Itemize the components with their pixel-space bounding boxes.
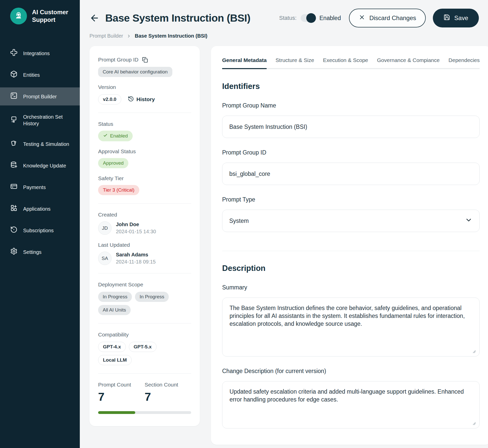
main-content: Base System Instruction (BSI) Status: En… [80, 0, 488, 448]
sidebar-item-knowledge-update[interactable]: Knowledge Update [0, 157, 80, 175]
save-label: Save [454, 14, 468, 22]
app-logo: AI Customer Support [0, 0, 80, 27]
logo-circle [10, 8, 27, 24]
change-description-textarea[interactable]: Updated safety escalation criteria and a… [222, 381, 480, 428]
copy-icon[interactable] [142, 57, 148, 63]
back-arrow-icon[interactable] [89, 13, 100, 23]
avatar: JD [98, 221, 112, 235]
prompt-group-id-input[interactable] [222, 163, 480, 185]
save-button[interactable]: Save [433, 9, 479, 27]
counts-row: Prompt Count 7 Section Count 7 [98, 382, 191, 404]
tab-execution-scope[interactable]: Execution & Scope [323, 52, 368, 68]
prompt-group-id-label: Prompt Group ID [98, 57, 191, 63]
page-header: Base System Instruction (BSI) Status: En… [89, 9, 479, 27]
sidebar-item-label: Knowledge Update [23, 162, 66, 169]
compatibility-pill: Local LLM [98, 355, 132, 365]
prompt-progress-fill [98, 411, 135, 414]
entities-icon [10, 70, 18, 79]
sidebar-item-settings[interactable]: Settings [0, 243, 80, 261]
status-enabled-badge: Enabled [98, 131, 133, 141]
discard-changes-button[interactable]: Discard Changes [349, 9, 426, 27]
sidebar-item-testing-simulation[interactable]: Testing & Simulation [0, 135, 80, 153]
sidebar-item-applications[interactable]: Applications [0, 200, 80, 218]
integrations-icon [10, 49, 18, 58]
tab-governance-compliance[interactable]: Governance & Compiance [377, 52, 439, 68]
sidebar-item-prompt-builder[interactable]: Prompt Builder [0, 87, 80, 105]
version-history-link[interactable]: History [128, 96, 155, 103]
prompt-count-value: 7 [98, 390, 145, 404]
sidebar-item-label: Prompt Builder [23, 93, 57, 100]
prompt-type-select[interactable]: System [222, 210, 480, 232]
close-icon [359, 14, 365, 22]
save-icon [444, 14, 450, 22]
updated-by-name: Sarah Adams [116, 252, 156, 258]
sidebar-item-label: Settings [23, 249, 41, 255]
description-heading: Description [222, 264, 480, 273]
orchestration-icon [10, 116, 18, 125]
breadcrumb: Prompt Builder Base System Instruction (… [89, 33, 479, 39]
approval-status-label: Approval Status [98, 148, 191, 155]
tab-bar: General Metadata Structure & Size Execut… [222, 52, 480, 69]
tab-structure-size[interactable]: Structure & Size [276, 52, 314, 68]
toggle-knob [306, 13, 316, 23]
breadcrumb-parent[interactable]: Prompt Builder [89, 33, 123, 39]
sidebar-item-label: Payments [23, 184, 46, 191]
headset-agent-icon [14, 11, 23, 21]
breadcrumb-current: Base System Instruction (BSI) [135, 33, 207, 39]
divider [98, 203, 191, 204]
sidebar-item-integrations[interactable]: Integrations [0, 44, 80, 62]
sidebar-item-label: Integrations [23, 50, 50, 57]
divider [98, 113, 191, 113]
detail-panel: General Metadata Structure & Size Execut… [211, 46, 488, 445]
divider [98, 373, 191, 374]
change-description-field-label: Change Description (for current version) [222, 368, 480, 375]
version-label: Version [98, 84, 191, 90]
prompt-progress-track [98, 411, 191, 414]
summary-textarea[interactable]: The Base System Instruction defines the … [222, 298, 480, 357]
sidebar-item-subscriptions[interactable]: Subscriptions [0, 221, 80, 239]
subscriptions-icon [10, 226, 18, 235]
section-divider [222, 251, 480, 251]
app-root: AI Customer Support Integrations Entitie… [0, 0, 488, 448]
prompt-group-name-input[interactable] [222, 116, 480, 138]
payments-icon [10, 183, 18, 192]
sidebar-item-payments[interactable]: Payments [0, 178, 80, 196]
status-toggle[interactable] [301, 14, 315, 22]
prompt-builder-icon [10, 92, 18, 101]
updated-date: 2024-11-18 09:15 [116, 259, 156, 265]
tab-general-metadata[interactable]: General Metadata [222, 52, 267, 69]
sidebar-item-label: Entities [23, 72, 40, 78]
history-label: History [136, 96, 155, 102]
summary-field-label: Summary [222, 284, 480, 291]
created-label: Created [98, 212, 191, 218]
created-by-row: JD John Doe 2024-01-15 14:30 [98, 221, 191, 235]
tab-dependencies[interactable]: Dependecies [449, 52, 480, 68]
section-count-label: Section Count [145, 382, 191, 388]
sidebar-item-entities[interactable]: Entities [0, 66, 80, 84]
testing-icon [10, 140, 18, 148]
version-badge: v2.0.0 [98, 94, 121, 104]
prompt-group-name-field-label: Prompt Group Name [222, 102, 480, 109]
check-icon [103, 133, 108, 139]
divider [98, 273, 191, 273]
chevron-down-icon [465, 216, 472, 225]
sidebar-item-orchestration-set-history[interactable]: Orchestration Set History [0, 109, 80, 131]
app-title: AI Customer Support [32, 8, 71, 24]
scope-chip: In Progress [135, 292, 169, 302]
identifiers-heading: Identifiers [222, 82, 480, 91]
sidebar-item-label: Orchestration Set History [23, 114, 73, 127]
prompt-count-label: Prompt Count [98, 382, 145, 388]
history-icon [128, 96, 134, 103]
updated-by-row: SA Sarah Adams 2024-11-18 09:15 [98, 252, 191, 265]
compatibility-pill: GPT-5.x [129, 342, 157, 352]
deployment-scope-label: Deployment Scope [98, 282, 191, 288]
compatibility-pills: GPT-4.x GPT-5.x Local LLM [98, 342, 191, 365]
settings-icon [10, 248, 18, 256]
applications-icon [10, 204, 18, 213]
knowledge-icon [10, 161, 18, 170]
prompt-group-config-badge: Core AI behavior configuration [98, 67, 172, 77]
prompt-type-value: System [229, 218, 249, 224]
scope-chip: All AI Units [98, 305, 131, 315]
sidebar: AI Customer Support Integrations Entitie… [0, 0, 80, 448]
discard-changes-label: Discard Changes [369, 14, 416, 22]
